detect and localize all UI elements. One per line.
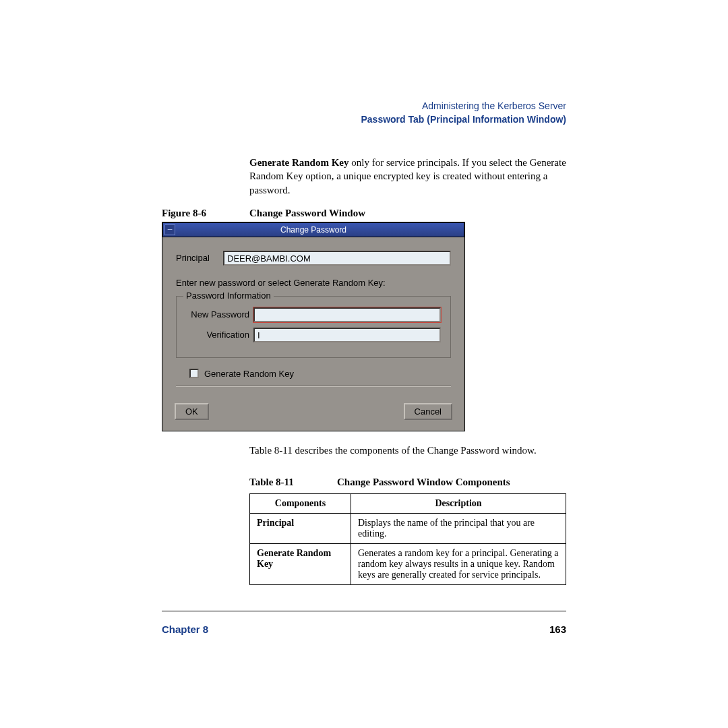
header-section: Password Tab (Principal Information Wind… — [162, 113, 566, 127]
cancel-button[interactable]: Cancel — [404, 403, 452, 420]
figure-title: Change Password Window — [249, 208, 365, 219]
window-titlebar[interactable]: – Change Password — [162, 222, 464, 237]
ok-button[interactable]: OK — [175, 403, 209, 420]
table-row: Generate Random Key Generates a random k… — [250, 543, 566, 584]
table-cell-component: Generate Random Key — [250, 543, 351, 584]
table-cell-description: Displays the name of the principal that … — [351, 513, 566, 543]
table-number: Table 8-11 — [249, 477, 337, 488]
new-password-field[interactable] — [253, 307, 441, 322]
header-breadcrumb: Administering the Kerberos Server — [162, 100, 566, 113]
page-footer: Chapter 8 163 — [162, 611, 566, 635]
after-figure-paragraph: Table 8-11 describes the components of t… — [162, 445, 566, 456]
table-header-row: Components Description — [250, 493, 566, 513]
components-table: Components Description Principal Display… — [249, 493, 566, 585]
window-menu-icon[interactable]: – — [164, 224, 175, 235]
table-cell-description: Generates a random key for a principal. … — [351, 543, 566, 584]
table-row: Principal Displays the name of the princ… — [250, 513, 566, 543]
principal-field[interactable]: DEER@BAMBI.COM — [223, 251, 451, 266]
table-title: Change Password Window Components — [337, 477, 510, 488]
new-password-label: New Password — [186, 309, 253, 320]
verification-field[interactable]: I — [253, 328, 441, 342]
table-header-components: Components — [250, 493, 351, 513]
password-information-group: Password Information New Password Verifi… — [176, 296, 451, 358]
generate-random-key-checkbox[interactable] — [189, 369, 199, 378]
generate-random-key-label: Generate Random Key — [204, 369, 294, 379]
body-paragraph: Generate Random Key only for service pri… — [162, 156, 566, 197]
footer-page-number: 163 — [549, 624, 566, 635]
window-title: Change Password — [280, 225, 346, 235]
password-prompt: Enter new password or select Generate Ra… — [176, 278, 451, 288]
principal-label: Principal — [176, 253, 223, 263]
group-legend: Password Information — [183, 291, 274, 301]
figure-number: Figure 8-6 — [162, 208, 249, 219]
separator — [176, 386, 451, 387]
verification-label: Verification — [186, 330, 253, 340]
footer-chapter: Chapter 8 — [162, 624, 208, 635]
para-bold: Generate Random Key — [249, 157, 348, 168]
change-password-window: – Change Password Principal DEER@BAMBI.C… — [162, 222, 465, 431]
table-cell-component: Principal — [250, 513, 351, 543]
table-header-description: Description — [351, 493, 566, 513]
